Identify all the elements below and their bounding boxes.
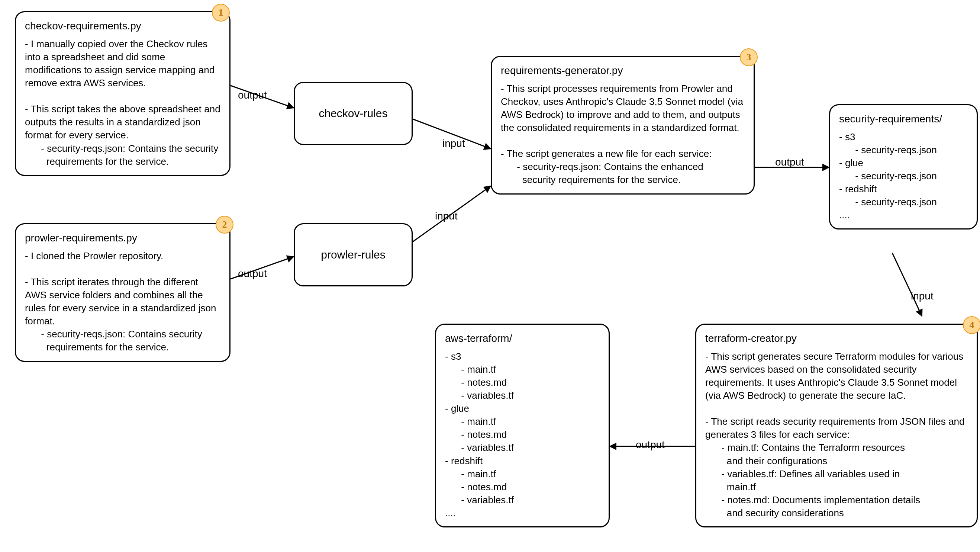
step-badge-4: 4 (963, 316, 980, 334)
node-security-requirements: security-requirements/ - s3 - security-r… (829, 104, 978, 230)
node-body: - This script processes requirements fro… (501, 82, 745, 187)
node-prowler-requirements: prowler-requirements.py - I cloned the P… (15, 223, 231, 362)
node-body: - This script generates secure Terraform… (705, 350, 968, 520)
node-title: checkov-rules (318, 106, 387, 121)
node-requirements-generator: requirements-generator.py - This script … (491, 56, 755, 195)
node-body: - s3 - security-reqs.json - glue - secur… (839, 131, 968, 222)
node-title: prowler-rules (321, 247, 385, 263)
node-title: prowler-requirements.py (25, 231, 221, 245)
node-body: - I manually copied over the Checkov rul… (25, 38, 221, 168)
node-body: - I cloned the Prowler repository. - Thi… (25, 250, 221, 354)
edge-label-output-2: output (238, 268, 267, 280)
node-checkov-rules: checkov-rules (294, 82, 413, 145)
step-badge-2: 2 (216, 216, 234, 234)
node-title: aws-terraform/ (445, 332, 600, 346)
diagram-canvas: checkov-requirements.py - I manually cop… (0, 0, 980, 552)
node-title: security-requirements/ (839, 112, 968, 126)
step-badge-3: 3 (740, 48, 758, 66)
step-badge-1: 1 (212, 4, 230, 22)
edge-label-input-2: input (435, 210, 458, 222)
node-title: checkov-requirements.py (25, 19, 221, 33)
node-body: - s3 - main.tf - notes.md - variables.tf… (445, 350, 600, 520)
edge-label-output-3: output (775, 156, 804, 168)
node-checkov-requirements: checkov-requirements.py - I manually cop… (15, 11, 231, 176)
edge-label-input-1: input (442, 138, 465, 150)
node-terraform-creator: terraform-creator.py - This script gener… (695, 324, 978, 528)
node-title: terraform-creator.py (705, 332, 968, 346)
node-aws-terraform: aws-terraform/ - s3 - main.tf - notes.md… (435, 324, 610, 528)
edge-label-output-1: output (238, 89, 267, 101)
node-title: requirements-generator.py (501, 64, 745, 78)
edge-secreqs-to-tfcreator (892, 253, 922, 316)
node-prowler-rules: prowler-rules (294, 223, 413, 286)
edge-label-input-3: input (911, 290, 934, 302)
edge-label-output-4: output (636, 439, 665, 451)
